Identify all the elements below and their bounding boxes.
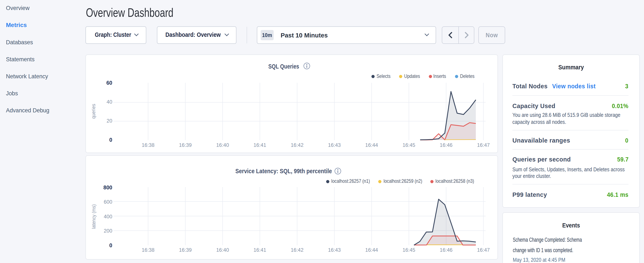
svg-text:16:47: 16:47 (477, 142, 490, 148)
svg-text:16:39: 16:39 (179, 142, 192, 148)
svg-text:600: 600 (104, 199, 112, 205)
svg-text:20: 20 (106, 118, 112, 124)
svg-text:16:41: 16:41 (254, 247, 266, 253)
svg-text:16:39: 16:39 (179, 247, 192, 253)
svg-text:16:40: 16:40 (216, 142, 229, 148)
svg-text:16:38: 16:38 (142, 247, 154, 253)
svg-text:40: 40 (106, 99, 112, 105)
svg-text:16:42: 16:42 (291, 247, 304, 253)
svg-text:0: 0 (109, 242, 112, 248)
svg-text:16:45: 16:45 (402, 247, 415, 253)
svg-text:16:38: 16:38 (142, 142, 154, 148)
svg-text:0: 0 (109, 137, 112, 143)
svg-text:16:43: 16:43 (328, 142, 341, 148)
svg-text:800: 800 (103, 184, 112, 190)
svg-text:queries: queries (90, 104, 96, 119)
svg-text:16:47: 16:47 (477, 247, 490, 253)
svg-text:16:40: 16:40 (216, 247, 229, 253)
svg-text:16:46: 16:46 (440, 247, 452, 253)
svg-text:16:41: 16:41 (254, 142, 266, 148)
svg-text:400: 400 (104, 214, 112, 219)
svg-text:16:44: 16:44 (365, 142, 378, 148)
svg-text:200: 200 (104, 228, 112, 234)
svg-text:16:43: 16:43 (328, 247, 341, 253)
svg-text:16:45: 16:45 (402, 142, 415, 148)
svg-text:16:46: 16:46 (440, 142, 452, 148)
svg-text:16:42: 16:42 (291, 142, 304, 148)
svg-text:latency (ms): latency (ms) (91, 204, 96, 229)
svg-text:60: 60 (106, 80, 112, 86)
svg-text:16:44: 16:44 (365, 247, 378, 253)
